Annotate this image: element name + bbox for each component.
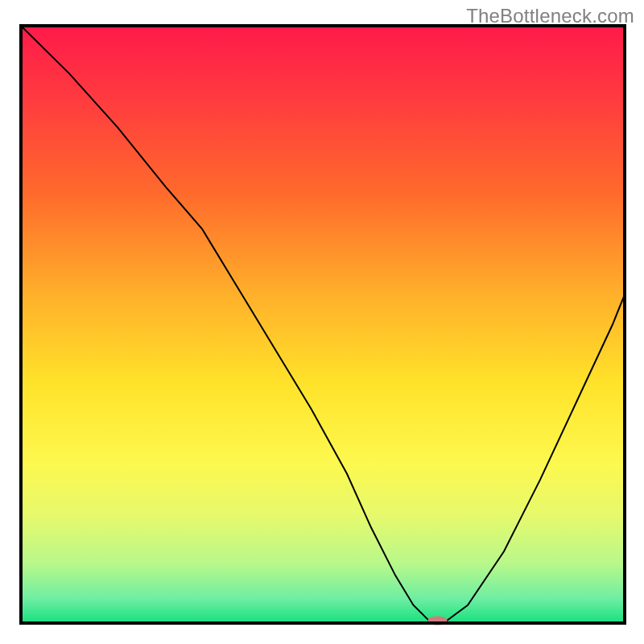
bottleneck-chart: [0, 0, 644, 644]
watermark-text: TheBottleneck.com: [466, 5, 634, 27]
plot-background: [21, 26, 625, 623]
